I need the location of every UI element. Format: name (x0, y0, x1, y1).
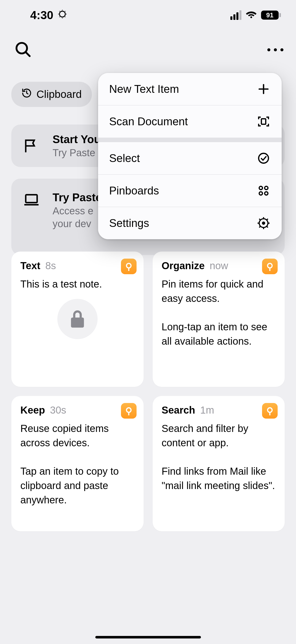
battery-level: 91 (261, 11, 279, 20)
svg-line-28 (267, 226, 268, 227)
svg-point-7 (268, 263, 272, 268)
row-title: Try Paste (53, 191, 102, 204)
menu-label: Scan Document (109, 115, 188, 128)
svg-point-11 (268, 408, 272, 412)
menu-item-scan[interactable]: Scan Document (98, 105, 282, 138)
row-subtitle: Access e (53, 205, 102, 217)
card-time: 1m (200, 405, 214, 416)
svg-rect-3 (26, 195, 37, 203)
card-title: Text (20, 260, 40, 271)
menu-item-select[interactable]: Select (98, 142, 282, 175)
menu-label: Pinboards (109, 184, 159, 197)
flag-icon (21, 137, 41, 154)
svg-line-2 (26, 52, 30, 56)
status-left: 4:30 (30, 8, 67, 22)
status-right: 91 (230, 9, 281, 21)
menu-label: New Text Item (109, 83, 179, 95)
menu-item-settings[interactable]: Settings (98, 207, 282, 239)
card-time: now (210, 260, 228, 271)
checkmark-circle-icon (257, 151, 271, 165)
app-badge-icon (121, 259, 137, 274)
card-title: Search (162, 405, 195, 416)
app-badge-icon (262, 403, 278, 419)
menu-item-new-text[interactable]: New Text Item (98, 73, 282, 105)
svg-point-18 (265, 186, 268, 190)
cellular-icon (230, 10, 241, 20)
filter-chip-label: Clipboard (36, 88, 82, 100)
gear-icon (257, 216, 271, 230)
laptop-icon (21, 191, 41, 208)
menu-divider (98, 138, 282, 142)
svg-point-16 (259, 153, 269, 163)
svg-point-0 (59, 11, 65, 17)
svg-point-20 (265, 192, 268, 195)
app-badge-icon (262, 259, 278, 274)
svg-point-19 (259, 192, 263, 195)
card-title: Keep (20, 405, 45, 416)
card-body: Search and filter by content or app. Fin… (162, 421, 276, 493)
battery-indicator: 91 (261, 11, 281, 20)
filter-chips: Clipboard (11, 82, 92, 107)
context-menu: New Text Item Scan Document Select Pinbo… (98, 73, 282, 239)
svg-line-29 (259, 226, 260, 227)
scan-document-icon (257, 114, 271, 129)
more-button[interactable] (267, 48, 283, 51)
status-time: 4:30 (30, 8, 53, 22)
menu-label: Settings (109, 217, 149, 229)
card-body: This is a test note. (20, 277, 135, 291)
item-card-organize[interactable]: Organize now Pin items for quick and eas… (153, 252, 285, 387)
items-grid: Text 8s This is a test note. Organize no… (11, 252, 285, 531)
card-body: Pin items for quick and easy access. Lon… (162, 277, 276, 348)
card-time: 30s (50, 405, 66, 416)
app-badge-icon (121, 403, 137, 419)
card-body: Reuse copied items across devices. Tap a… (20, 421, 135, 507)
svg-rect-15 (261, 119, 266, 124)
card-title: Organize (162, 260, 205, 271)
toolbar (0, 40, 296, 59)
svg-line-30 (267, 219, 268, 220)
filter-chip-clipboard[interactable]: Clipboard (11, 82, 92, 107)
item-card-text[interactable]: Text 8s This is a test note. (11, 252, 144, 387)
svg-point-9 (126, 408, 131, 412)
svg-point-22 (263, 222, 265, 224)
lock-icon (57, 299, 98, 339)
status-bar: 4:30 91 (0, 0, 296, 30)
row-title: Start You (53, 133, 101, 146)
focus-icon (57, 8, 67, 22)
svg-line-27 (259, 219, 260, 220)
item-card-search[interactable]: Search 1m Search and filter by content o… (153, 396, 285, 531)
home-indicator[interactable] (95, 636, 201, 638)
wifi-icon (246, 9, 257, 21)
history-icon (21, 88, 32, 101)
menu-label: Select (109, 152, 140, 165)
plus-icon (257, 82, 271, 96)
item-card-keep[interactable]: Keep 30s Reuse copied items across devic… (11, 396, 144, 531)
grid-icon (257, 184, 271, 198)
search-button[interactable] (14, 40, 32, 59)
row-subtitle: Try Paste (53, 147, 101, 158)
menu-item-pinboards[interactable]: Pinboards (98, 175, 282, 207)
svg-point-17 (259, 186, 263, 190)
row-subtitle-2: your dev (53, 218, 102, 229)
svg-point-5 (126, 263, 131, 268)
card-time: 8s (45, 260, 56, 271)
